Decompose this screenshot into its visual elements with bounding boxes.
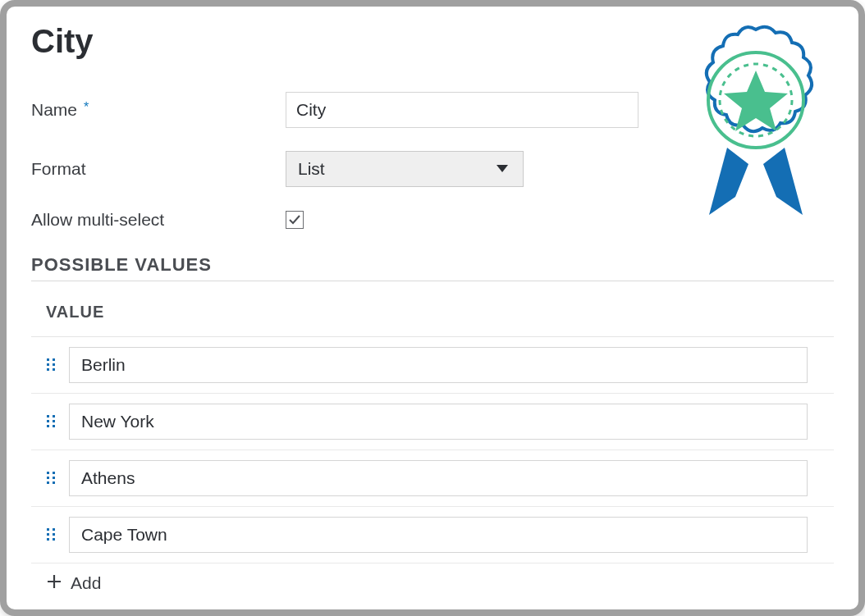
svg-rect-4 — [53, 363, 55, 366]
svg-rect-2 — [53, 358, 55, 361]
plus-icon — [46, 573, 62, 593]
values-list — [31, 337, 834, 564]
value-input[interactable] — [69, 517, 808, 553]
svg-rect-7 — [47, 415, 49, 418]
svg-rect-9 — [47, 420, 49, 422]
add-button-label: Add — [71, 573, 101, 593]
svg-rect-16 — [53, 477, 55, 479]
svg-rect-17 — [47, 481, 49, 484]
allow-multi-checkbox[interactable] — [286, 211, 304, 229]
drag-handle-icon[interactable] — [46, 358, 57, 372]
dialog-frame: City Name * Format List Allow multi-sele… — [0, 0, 865, 616]
name-input[interactable] — [286, 92, 638, 128]
svg-rect-12 — [53, 425, 55, 427]
svg-rect-8 — [53, 415, 55, 418]
value-row — [31, 507, 834, 564]
svg-rect-20 — [53, 528, 55, 531]
required-asterisk-icon: * — [84, 100, 89, 114]
award-ribbon-icon — [678, 25, 834, 221]
add-value-button[interactable]: Add — [31, 564, 834, 593]
drag-handle-icon[interactable] — [46, 471, 57, 486]
value-input[interactable] — [69, 460, 808, 496]
name-label-text: Name — [31, 100, 77, 119]
checkmark-icon — [288, 214, 301, 226]
allow-multi-label: Allow multi-select — [31, 210, 286, 230]
possible-values-header: POSSIBLE VALUES — [31, 254, 834, 281]
svg-rect-13 — [47, 472, 49, 474]
svg-rect-6 — [53, 368, 55, 371]
svg-rect-10 — [53, 420, 55, 422]
value-row — [31, 337, 834, 394]
svg-rect-22 — [53, 533, 55, 536]
svg-rect-5 — [47, 368, 49, 371]
svg-rect-14 — [53, 472, 55, 474]
svg-rect-3 — [47, 363, 49, 366]
svg-marker-27 — [709, 148, 748, 215]
svg-rect-21 — [47, 533, 49, 536]
format-label: Format — [31, 159, 286, 179]
format-dropdown[interactable]: List — [286, 151, 524, 187]
svg-rect-18 — [53, 481, 55, 484]
chevron-down-icon — [497, 162, 508, 176]
name-label: Name * — [31, 100, 286, 120]
svg-marker-28 — [763, 148, 803, 215]
format-dropdown-value: List — [298, 159, 497, 179]
value-column-header: VALUE — [31, 281, 834, 337]
value-input[interactable] — [69, 404, 808, 440]
value-row — [31, 394, 834, 450]
svg-marker-0 — [497, 165, 508, 172]
drag-handle-icon[interactable] — [46, 414, 57, 429]
svg-rect-23 — [47, 538, 49, 541]
value-input[interactable] — [69, 347, 808, 383]
svg-rect-24 — [53, 538, 55, 541]
svg-rect-19 — [47, 528, 49, 531]
svg-rect-15 — [47, 477, 49, 479]
svg-rect-11 — [47, 425, 49, 427]
value-row — [31, 450, 834, 507]
drag-handle-icon[interactable] — [46, 527, 57, 542]
svg-rect-1 — [47, 358, 49, 361]
